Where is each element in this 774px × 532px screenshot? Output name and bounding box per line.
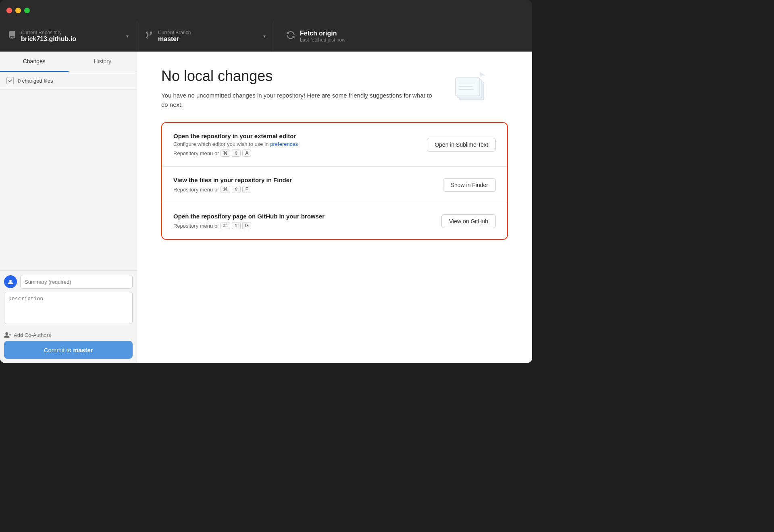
main-content: No local changes You have no uncommitted… [137, 52, 532, 363]
suggestion-title-1: Open the repository in your external edi… [173, 133, 427, 139]
kbd-cmd-3: ⌘ [221, 222, 230, 229]
toolbar: Current Repository brick713.github.io ▾ … [0, 21, 532, 52]
illustration [452, 68, 492, 110]
current-branch-section[interactable]: Current Branch master ▾ [137, 21, 274, 51]
kbd-key-2: F [242, 186, 251, 193]
tab-changes[interactable]: Changes [0, 52, 69, 72]
main-layout: Changes History 0 changed files [0, 52, 532, 363]
description-input[interactable] [4, 292, 133, 324]
fetch-subtitle: Last fetched just now [300, 37, 345, 43]
current-repository-section[interactable]: Current Repository brick713.github.io ▾ [0, 21, 137, 51]
select-all-checkbox[interactable] [6, 77, 14, 84]
repo-icon [8, 31, 16, 41]
shortcut-row-3: Repository menu or ⌘ ⇧ G [173, 222, 441, 229]
no-changes-desc: You have no uncommitted changes in your … [161, 91, 435, 109]
suggestion-title-2: View the files in your repository in Fin… [173, 177, 443, 183]
suggestion-finder: View the files in your repository in Fin… [162, 167, 507, 203]
suggestion-title-3: Open the repository page on GitHub in yo… [173, 213, 441, 220]
suggestion-info-1: Open the repository in your external edi… [173, 133, 427, 157]
fetch-icon [286, 31, 295, 42]
fetch-title: Fetch origin [300, 30, 345, 37]
fetch-text: Fetch origin Last fetched just now [300, 30, 345, 43]
changed-files-label: 0 changed files [18, 78, 53, 84]
summary-row [4, 275, 133, 289]
commit-area: Add Co-Authors Commit to master [0, 270, 137, 363]
sidebar: Changes History 0 changed files [0, 52, 137, 363]
commit-button-branch: master [73, 347, 93, 353]
fetch-origin-section[interactable]: Fetch origin Last fetched just now [274, 21, 358, 51]
view-on-github-button[interactable]: View on GitHub [441, 214, 496, 228]
co-author-row[interactable]: Add Co-Authors [4, 329, 133, 341]
suggestion-external-editor: Open the repository in your external edi… [162, 123, 507, 167]
kbd-key-1: A [242, 150, 251, 157]
kbd-shift-3: ⇧ [232, 222, 241, 229]
suggestion-box: Open the repository in your external edi… [161, 122, 508, 240]
kbd-shift-1: ⇧ [232, 150, 241, 157]
show-in-finder-button[interactable]: Show in Finder [443, 178, 496, 192]
commit-button-prefix: Commit to [44, 347, 73, 353]
branch-chevron-icon: ▾ [263, 33, 266, 39]
svg-rect-2 [456, 78, 480, 96]
suggestion-info-2: View the files in your repository in Fin… [173, 177, 443, 193]
changed-files-row[interactable]: 0 changed files [0, 72, 137, 89]
close-button[interactable] [6, 8, 12, 13]
preferences-link[interactable]: preferences [270, 141, 298, 147]
title-bar [0, 0, 532, 21]
fullscreen-button[interactable] [24, 8, 30, 13]
kbd-shift-2: ⇧ [232, 186, 241, 193]
minimize-button[interactable] [15, 8, 21, 13]
branch-label: Current Branch [158, 30, 191, 35]
co-author-label: Add Co-Authors [14, 332, 51, 338]
repo-name: brick713.github.io [21, 35, 76, 43]
traffic-lights [6, 8, 30, 13]
summary-input[interactable] [20, 275, 133, 289]
tab-history[interactable]: History [69, 52, 137, 72]
repo-chevron-icon: ▾ [126, 33, 129, 39]
shortcut-row-2: Repository menu or ⌘ ⇧ F [173, 186, 443, 193]
kbd-cmd-1: ⌘ [221, 150, 230, 157]
branch-name: master [158, 35, 191, 43]
commit-button[interactable]: Commit to master [4, 341, 133, 359]
shortcut-row-1: Repository menu or ⌘ ⇧ A [173, 150, 427, 157]
kbd-key-3: G [242, 222, 251, 229]
open-sublime-button[interactable]: Open in Sublime Text [427, 138, 496, 152]
sidebar-spacer [0, 89, 137, 270]
repo-label: Current Repository [21, 30, 76, 35]
suggestion-desc-1: Configure which editor you wish to use i… [173, 141, 427, 147]
branch-text: Current Branch master [158, 30, 191, 43]
kbd-cmd-2: ⌘ [221, 186, 230, 193]
user-avatar [4, 275, 17, 288]
suggestion-info-3: Open the repository page on GitHub in yo… [173, 213, 441, 229]
branch-icon [145, 31, 153, 41]
suggestion-github: Open the repository page on GitHub in yo… [162, 203, 507, 239]
tabs: Changes History [0, 52, 137, 72]
repo-text: Current Repository brick713.github.io [21, 30, 76, 43]
